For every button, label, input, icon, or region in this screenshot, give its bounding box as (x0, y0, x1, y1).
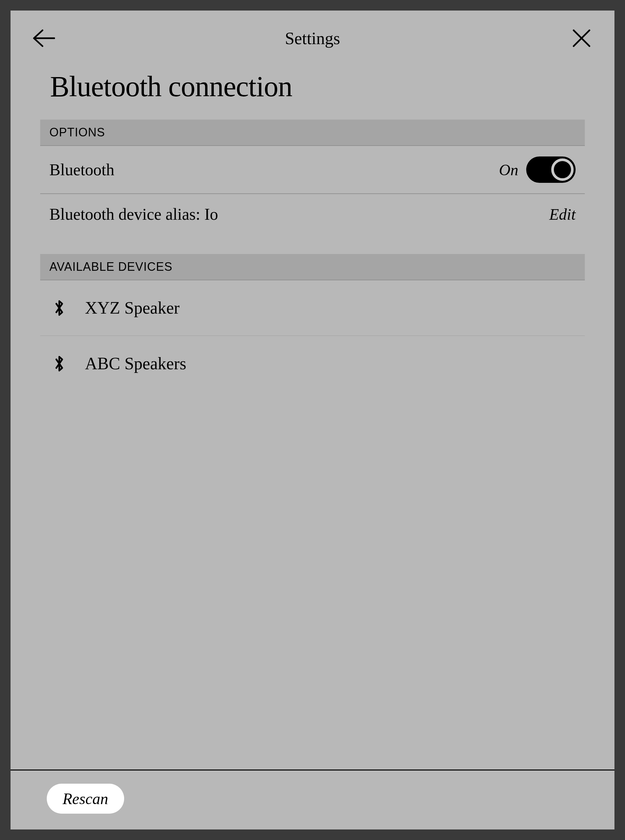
bluetooth-toggle[interactable] (526, 157, 575, 183)
toggle-knob-icon (551, 159, 574, 181)
header-title: Settings (57, 29, 568, 48)
alias-label: Bluetooth device alias: Io (50, 205, 218, 224)
available-devices-section: AVAILABLE DEVICES XYZ Speaker (40, 254, 585, 391)
screen: Settings Bluetooth connection OPTIONS Bl… (11, 11, 614, 829)
alias-row: Bluetooth device alias: Io Edit (40, 194, 585, 234)
edit-alias-button[interactable]: Edit (549, 205, 575, 223)
device-name: XYZ Speaker (85, 298, 179, 317)
available-devices-header: AVAILABLE DEVICES (40, 254, 585, 280)
footer-bar: Rescan (11, 770, 614, 829)
device-name: ABC Speakers (85, 354, 187, 373)
header-bar: Settings (11, 11, 614, 63)
device-row[interactable]: XYZ Speaker (40, 280, 585, 336)
bluetooth-icon (53, 299, 65, 317)
outer-frame: Settings Bluetooth connection OPTIONS Bl… (0, 0, 625, 840)
rescan-button[interactable]: Rescan (47, 784, 124, 814)
bluetooth-icon (53, 355, 65, 373)
bluetooth-state-label: On (499, 161, 518, 179)
device-row[interactable]: ABC Speakers (40, 336, 585, 391)
back-arrow-icon (32, 28, 55, 48)
content-area: OPTIONS Bluetooth On Bluetooth device al… (11, 120, 614, 770)
close-button[interactable] (568, 25, 595, 51)
back-button[interactable] (30, 25, 57, 51)
close-icon (572, 28, 591, 48)
bluetooth-toggle-row: Bluetooth On (40, 146, 585, 194)
bluetooth-label: Bluetooth (50, 160, 114, 179)
bluetooth-toggle-group: On (499, 157, 575, 183)
page-title: Bluetooth connection (11, 63, 614, 120)
options-section-header: OPTIONS (40, 120, 585, 146)
